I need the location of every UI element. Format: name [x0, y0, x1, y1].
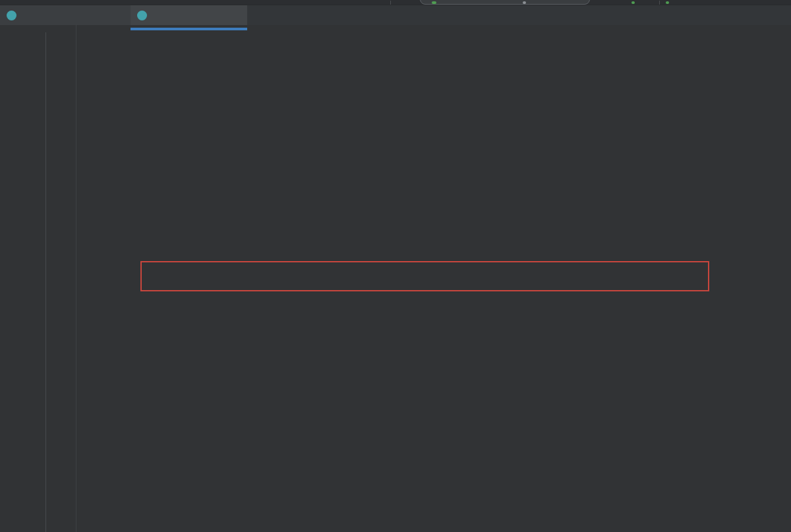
class-icon [137, 11, 147, 20]
toolbar-icon-fragment [666, 1, 669, 4]
editor-tab-bar [0, 5, 791, 25]
class-icon [7, 11, 16, 20]
code-editor[interactable] [0, 24, 791, 532]
fold-region-line [45, 32, 46, 532]
run-widget-fragment [420, 0, 590, 5]
toolbar-separator [390, 1, 391, 5]
toolbar-separator [659, 1, 660, 5]
run-icon-fragment [432, 1, 436, 4]
annotation-red-box [140, 261, 709, 291]
toolbar-icon-fragment [523, 1, 526, 4]
tab-executorbizimpl[interactable] [0, 5, 131, 25]
main-toolbar-fragment [0, 0, 791, 5]
tab-jobthread[interactable] [131, 5, 247, 25]
gutter-separator [76, 24, 76, 532]
toolbar-icon-fragment [631, 1, 635, 4]
